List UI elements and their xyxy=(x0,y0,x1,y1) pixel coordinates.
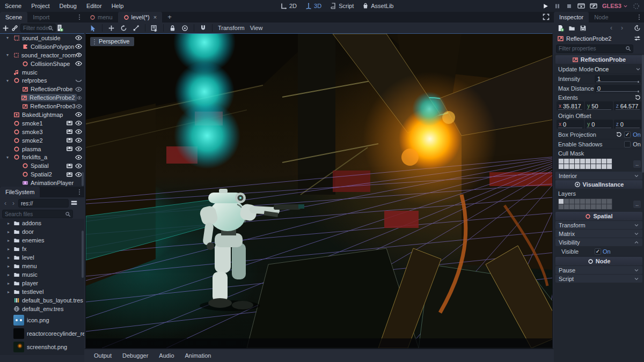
mode-3d[interactable]: 3D xyxy=(302,0,325,12)
eye-icon[interactable] xyxy=(76,51,82,58)
pause-button[interactable] xyxy=(554,3,561,10)
section-pause[interactable]: Pause xyxy=(555,266,642,274)
nav-back-button[interactable]: ‹ xyxy=(2,200,9,207)
dock-menu-icon[interactable] xyxy=(77,189,82,195)
list-select-icon[interactable] xyxy=(151,25,158,32)
file-item[interactable]: screenshot.png xyxy=(0,340,84,353)
tree-node[interactable]: CollisionShape xyxy=(0,60,84,68)
snap-icon[interactable] xyxy=(200,25,207,32)
play-scene-button[interactable] xyxy=(577,2,585,10)
tree-node[interactable]: smoke1 xyxy=(0,119,84,128)
scene-tree-scrollbar[interactable] xyxy=(82,172,84,186)
expander-icon[interactable]: ▾ xyxy=(6,155,13,160)
intensity-field[interactable]: 1 xyxy=(595,75,641,83)
tab-import[interactable]: Import xyxy=(27,12,55,23)
file-item[interactable]: ▸level xyxy=(0,253,84,262)
eye-icon[interactable] xyxy=(75,111,82,118)
distraction-free-icon[interactable] xyxy=(543,13,550,20)
close-icon[interactable]: × xyxy=(153,12,157,23)
play-custom-scene-button[interactable] xyxy=(590,2,597,10)
history-forward-button[interactable]: › xyxy=(619,24,625,32)
section-visibility[interactable]: Visibility xyxy=(555,238,642,246)
tab-debugger[interactable]: Debugger xyxy=(122,352,148,359)
attach-script-button[interactable] xyxy=(56,24,63,32)
move-tool-icon[interactable] xyxy=(108,25,115,32)
dock-menu-icon[interactable] xyxy=(77,14,82,20)
scene-tab-level[interactable]: level(*)× xyxy=(118,12,163,23)
tree-node[interactable]: smoke3 xyxy=(0,128,84,136)
tab-scene[interactable]: Scene xyxy=(0,12,27,23)
update-mode-dropdown[interactable]: Once xyxy=(595,66,641,72)
lock-icon[interactable] xyxy=(169,25,176,32)
menu-debug[interactable]: Debug xyxy=(54,0,81,12)
file-item[interactable]: reactorcorecylinder_re xyxy=(0,327,84,340)
menu-project[interactable]: Project xyxy=(26,0,54,12)
history-icon[interactable] xyxy=(634,25,641,32)
tree-node[interactable]: smoke2 xyxy=(0,136,84,145)
inspector-scrollbar[interactable] xyxy=(642,55,644,173)
film-icon[interactable] xyxy=(66,128,73,135)
tree-node[interactable]: Spatial2 xyxy=(0,170,84,179)
mask-more-button[interactable]: .. xyxy=(633,160,641,168)
stop-button[interactable] xyxy=(566,3,573,10)
eye-icon[interactable] xyxy=(75,137,82,144)
transform-menu[interactable]: Transform xyxy=(218,25,245,31)
max-distance-field[interactable]: 0 xyxy=(595,85,641,92)
tab-audio[interactable]: Audio xyxy=(159,352,174,359)
eye-icon[interactable] xyxy=(75,86,82,93)
select-tool-icon[interactable] xyxy=(90,25,97,32)
expander-icon[interactable]: ▾ xyxy=(6,35,13,40)
file-item[interactable]: ▸fx xyxy=(0,245,84,253)
box-projection-checkbox[interactable]: ✓ xyxy=(624,131,631,138)
origin-y-field[interactable]: y0 xyxy=(585,120,612,129)
instance-scene-button[interactable] xyxy=(11,25,18,32)
film-icon[interactable] xyxy=(66,145,73,152)
file-item[interactable]: ▸enemies xyxy=(0,236,84,245)
section-interior[interactable]: Interior xyxy=(555,172,642,180)
eye-icon[interactable] xyxy=(75,145,82,152)
tree-node[interactable]: AnimationPlayer xyxy=(0,179,84,187)
mode-2d[interactable]: 2D xyxy=(277,0,301,12)
menu-scene[interactable]: Scene xyxy=(0,0,26,12)
tree-node[interactable]: ReflectionProbe3 xyxy=(0,102,84,110)
file-item[interactable]: ▸door xyxy=(0,227,84,236)
tab-node[interactable]: Node xyxy=(589,12,613,23)
add-node-button[interactable] xyxy=(2,25,9,32)
scene-tab-menu[interactable]: menu xyxy=(84,12,118,23)
layers-bits[interactable] xyxy=(558,198,612,210)
tree-node[interactable]: music xyxy=(0,68,84,77)
origin-x-field[interactable]: x0 xyxy=(557,120,584,129)
tab-output[interactable]: Output xyxy=(94,352,112,359)
tree-node[interactable]: CollisionPolygon xyxy=(0,42,84,51)
tree-node[interactable]: ▾sound_outside xyxy=(0,34,84,42)
file-item[interactable]: ▸testlevel xyxy=(0,287,84,296)
eye-icon[interactable] xyxy=(75,120,82,127)
file-item[interactable]: default_env.tres xyxy=(0,305,84,313)
enable-shadows-checkbox[interactable] xyxy=(624,141,631,147)
eye-icon[interactable] xyxy=(77,94,82,101)
tab-filesystem[interactable]: FileSystem xyxy=(0,187,40,197)
new-scene-tab-button[interactable]: + xyxy=(162,12,177,23)
search-files-input[interactable] xyxy=(2,210,73,218)
eye-icon[interactable] xyxy=(75,154,82,161)
tree-node[interactable]: ▾forklifts_a xyxy=(0,153,84,161)
film-icon[interactable] xyxy=(66,137,73,144)
tab-inspector[interactable]: Inspector xyxy=(554,12,589,23)
file-item[interactable]: ▸addons xyxy=(0,219,84,227)
dock-menu-icon[interactable] xyxy=(636,14,642,20)
film-icon[interactable] xyxy=(66,171,73,178)
path-input[interactable] xyxy=(18,199,69,208)
load-resource-button[interactable] xyxy=(568,25,575,32)
section-transform[interactable]: Transform xyxy=(555,221,642,229)
tree-node-selected[interactable]: ReflectionProbe2 xyxy=(0,93,84,102)
file-item[interactable]: ▸player xyxy=(0,279,84,287)
eye-icon[interactable] xyxy=(75,128,82,135)
scale-tool-icon[interactable] xyxy=(133,25,140,32)
view-menu[interactable]: View xyxy=(250,25,263,31)
nav-forward-button[interactable]: › xyxy=(10,200,17,207)
eye-icon[interactable] xyxy=(75,34,82,41)
tree-node[interactable]: Spatial xyxy=(0,161,84,170)
projection-menu[interactable]: Perspective xyxy=(90,37,134,46)
visible-checkbox[interactable]: ✓ xyxy=(595,248,601,255)
new-resource-button[interactable] xyxy=(557,25,564,32)
